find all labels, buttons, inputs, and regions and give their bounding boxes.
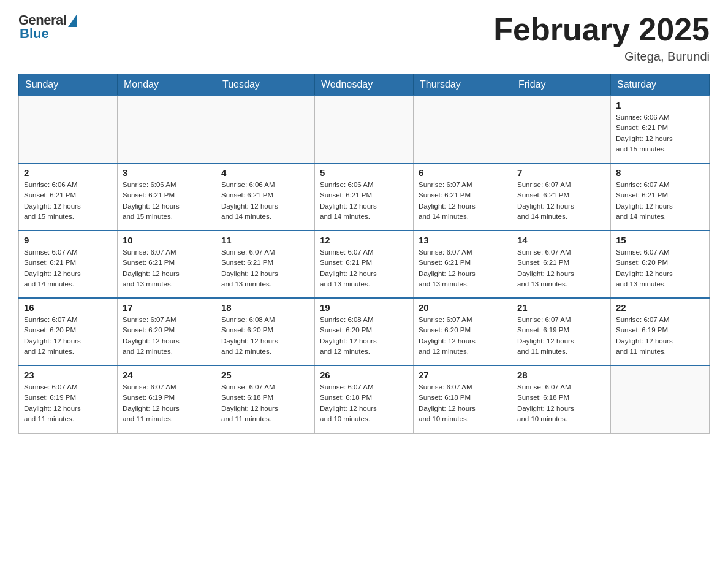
day-number: 7 (517, 167, 605, 178)
calendar-cell (19, 96, 118, 163)
day-number: 14 (517, 235, 605, 245)
day-info: Sunrise: 6:07 AMSunset: 6:20 PMDaylight:… (24, 315, 112, 357)
calendar-cell: 12Sunrise: 6:07 AMSunset: 6:21 PMDayligh… (315, 231, 414, 298)
day-number: 8 (616, 167, 704, 178)
day-number: 18 (221, 302, 309, 313)
day-number: 21 (517, 302, 605, 313)
day-number: 15 (616, 235, 704, 245)
day-info: Sunrise: 6:07 AMSunset: 6:21 PMDaylight:… (24, 247, 112, 289)
calendar-cell: 11Sunrise: 6:07 AMSunset: 6:21 PMDayligh… (216, 231, 315, 298)
day-info: Sunrise: 6:07 AMSunset: 6:21 PMDaylight:… (616, 180, 704, 222)
day-info: Sunrise: 6:07 AMSunset: 6:18 PMDaylight:… (320, 382, 408, 424)
calendar-table: SundayMondayTuesdayWednesdayThursdayFrid… (18, 74, 710, 434)
calendar-cell (118, 96, 216, 163)
day-info: Sunrise: 6:07 AMSunset: 6:18 PMDaylight:… (221, 382, 309, 424)
day-number: 17 (123, 302, 211, 313)
calendar-cell (315, 96, 414, 163)
calendar-cell (512, 96, 611, 163)
day-number: 27 (419, 370, 507, 380)
calendar-cell: 4Sunrise: 6:06 AMSunset: 6:21 PMDaylight… (216, 163, 315, 231)
day-header-saturday: Saturday (611, 74, 710, 96)
day-header-thursday: Thursday (414, 74, 512, 96)
day-info: Sunrise: 6:06 AMSunset: 6:21 PMDaylight:… (123, 180, 211, 222)
calendar-cell: 1Sunrise: 6:06 AMSunset: 6:21 PMDaylight… (611, 96, 710, 163)
calendar-cell: 28Sunrise: 6:07 AMSunset: 6:18 PMDayligh… (512, 366, 611, 433)
day-info: Sunrise: 6:07 AMSunset: 6:21 PMDaylight:… (419, 247, 507, 289)
day-info: Sunrise: 6:07 AMSunset: 6:21 PMDaylight:… (221, 247, 309, 289)
title-section: February 2025 Gitega, Burundi (493, 12, 710, 64)
day-number: 26 (320, 370, 408, 380)
day-number: 22 (616, 302, 704, 313)
day-number: 19 (320, 302, 408, 313)
day-info: Sunrise: 6:07 AMSunset: 6:20 PMDaylight:… (123, 315, 211, 357)
week-row-4: 16Sunrise: 6:07 AMSunset: 6:20 PMDayligh… (19, 298, 710, 366)
calendar-cell: 16Sunrise: 6:07 AMSunset: 6:20 PMDayligh… (19, 298, 118, 366)
calendar-cell: 20Sunrise: 6:07 AMSunset: 6:20 PMDayligh… (414, 298, 512, 366)
day-header-wednesday: Wednesday (315, 74, 414, 96)
day-number: 9 (24, 235, 112, 245)
day-number: 23 (24, 370, 112, 380)
logo-triangle-icon (68, 15, 77, 27)
day-info: Sunrise: 6:07 AMSunset: 6:18 PMDaylight:… (419, 382, 507, 424)
calendar-cell: 23Sunrise: 6:07 AMSunset: 6:19 PMDayligh… (19, 366, 118, 433)
day-info: Sunrise: 6:07 AMSunset: 6:20 PMDaylight:… (616, 247, 704, 289)
calendar-cell: 9Sunrise: 6:07 AMSunset: 6:21 PMDaylight… (19, 231, 118, 298)
day-info: Sunrise: 6:07 AMSunset: 6:20 PMDaylight:… (419, 315, 507, 357)
calendar-cell: 6Sunrise: 6:07 AMSunset: 6:21 PMDaylight… (414, 163, 512, 231)
day-info: Sunrise: 6:06 AMSunset: 6:21 PMDaylight:… (616, 112, 704, 155)
day-number: 10 (123, 235, 211, 245)
calendar-cell (611, 366, 710, 433)
day-number: 13 (419, 235, 507, 245)
day-number: 12 (320, 235, 408, 245)
calendar-cell: 8Sunrise: 6:07 AMSunset: 6:21 PMDaylight… (611, 163, 710, 231)
day-number: 11 (221, 235, 309, 245)
day-number: 5 (320, 167, 408, 178)
day-number: 24 (123, 370, 211, 380)
day-info: Sunrise: 6:07 AMSunset: 6:21 PMDaylight:… (320, 247, 408, 289)
calendar-cell: 7Sunrise: 6:07 AMSunset: 6:21 PMDaylight… (512, 163, 611, 231)
day-info: Sunrise: 6:08 AMSunset: 6:20 PMDaylight:… (221, 315, 309, 357)
day-info: Sunrise: 6:06 AMSunset: 6:21 PMDaylight:… (320, 180, 408, 222)
calendar-cell (414, 96, 512, 163)
day-info: Sunrise: 6:07 AMSunset: 6:19 PMDaylight:… (517, 315, 605, 357)
day-info: Sunrise: 6:07 AMSunset: 6:21 PMDaylight:… (123, 247, 211, 289)
calendar-cell: 2Sunrise: 6:06 AMSunset: 6:21 PMDaylight… (19, 163, 118, 231)
day-header-sunday: Sunday (19, 74, 118, 96)
day-number: 20 (419, 302, 507, 313)
day-number: 3 (123, 167, 211, 178)
day-info: Sunrise: 6:07 AMSunset: 6:21 PMDaylight:… (517, 180, 605, 222)
calendar-cell: 25Sunrise: 6:07 AMSunset: 6:18 PMDayligh… (216, 366, 315, 433)
logo: General Blue (18, 12, 77, 42)
month-title: February 2025 (493, 12, 710, 47)
week-row-5: 23Sunrise: 6:07 AMSunset: 6:19 PMDayligh… (19, 366, 710, 433)
page-header: General Blue February 2025 Gitega, Burun… (18, 12, 710, 64)
calendar-cell: 27Sunrise: 6:07 AMSunset: 6:18 PMDayligh… (414, 366, 512, 433)
day-info: Sunrise: 6:07 AMSunset: 6:19 PMDaylight:… (24, 382, 112, 424)
calendar-cell: 5Sunrise: 6:06 AMSunset: 6:21 PMDaylight… (315, 163, 414, 231)
calendar-cell (216, 96, 315, 163)
day-info: Sunrise: 6:07 AMSunset: 6:19 PMDaylight:… (616, 315, 704, 357)
day-header-friday: Friday (512, 74, 611, 96)
day-info: Sunrise: 6:07 AMSunset: 6:18 PMDaylight:… (517, 382, 605, 424)
calendar-cell: 13Sunrise: 6:07 AMSunset: 6:21 PMDayligh… (414, 231, 512, 298)
calendar-cell: 19Sunrise: 6:08 AMSunset: 6:20 PMDayligh… (315, 298, 414, 366)
day-info: Sunrise: 6:06 AMSunset: 6:21 PMDaylight:… (24, 180, 112, 222)
calendar-cell: 24Sunrise: 6:07 AMSunset: 6:19 PMDayligh… (118, 366, 216, 433)
day-number: 4 (221, 167, 309, 178)
calendar-cell: 14Sunrise: 6:07 AMSunset: 6:21 PMDayligh… (512, 231, 611, 298)
week-row-3: 9Sunrise: 6:07 AMSunset: 6:21 PMDaylight… (19, 231, 710, 298)
day-info: Sunrise: 6:07 AMSunset: 6:21 PMDaylight:… (419, 180, 507, 222)
day-info: Sunrise: 6:06 AMSunset: 6:21 PMDaylight:… (221, 180, 309, 222)
day-number: 6 (419, 167, 507, 178)
day-info: Sunrise: 6:08 AMSunset: 6:20 PMDaylight:… (320, 315, 408, 357)
calendar-cell: 3Sunrise: 6:06 AMSunset: 6:21 PMDaylight… (118, 163, 216, 231)
location-label: Gitega, Burundi (493, 50, 710, 64)
calendar-cell: 18Sunrise: 6:08 AMSunset: 6:20 PMDayligh… (216, 298, 315, 366)
calendar-cell: 10Sunrise: 6:07 AMSunset: 6:21 PMDayligh… (118, 231, 216, 298)
week-row-2: 2Sunrise: 6:06 AMSunset: 6:21 PMDaylight… (19, 163, 710, 231)
day-number: 28 (517, 370, 605, 380)
calendar-cell: 15Sunrise: 6:07 AMSunset: 6:20 PMDayligh… (611, 231, 710, 298)
day-header-tuesday: Tuesday (216, 74, 315, 96)
day-info: Sunrise: 6:07 AMSunset: 6:21 PMDaylight:… (517, 247, 605, 289)
calendar-cell: 21Sunrise: 6:07 AMSunset: 6:19 PMDayligh… (512, 298, 611, 366)
